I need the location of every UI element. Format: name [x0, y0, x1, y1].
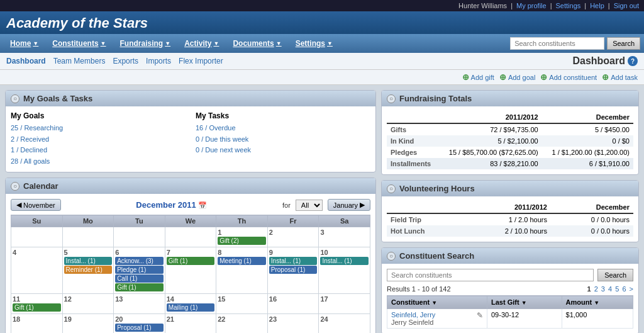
calendar-event[interactable]: Gift (1)	[167, 257, 215, 265]
calendar-event[interactable]: Instal... (1)	[64, 257, 113, 265]
pagination-item[interactable]: 3	[601, 285, 607, 293]
goal-all[interactable]: 28 / All goals	[11, 156, 186, 167]
add-gift-button[interactable]: ⊕ Add gift	[462, 72, 494, 82]
calendar-cell[interactable]: 14Mailing (1)	[165, 294, 216, 314]
day-number: 1	[218, 229, 266, 236]
prev-month-button[interactable]: ◀ November	[11, 199, 61, 211]
constituent-search-bar: Search	[387, 269, 633, 281]
calendar-cell[interactable]: 6Acknow... (3)Pledge (1)Call (1)Gift (1)	[114, 247, 165, 294]
prev-arrow-icon: ◀	[16, 201, 21, 209]
constituent-cell: Seinfeld, Jerry ✎ Jerry Seinfeld	[387, 309, 487, 329]
subnav-team-members[interactable]: Team Members	[53, 57, 106, 65]
goal-researching[interactable]: 25 / Researching	[11, 123, 186, 134]
task-overdue[interactable]: 16 / Overdue	[196, 123, 370, 134]
constituent-name-link[interactable]: Seinfeld, Jerry	[391, 311, 435, 319]
calendar-cell	[114, 227, 165, 247]
constituent-table: Constituent ▼ Last Gift ▼ Amount ▼	[387, 295, 633, 329]
pagination-item[interactable]: 1	[587, 285, 592, 293]
amount-sort-icon[interactable]: ▼	[594, 300, 599, 306]
fundraising-collapse-icon[interactable]: ○	[387, 94, 396, 103]
nav-constituents[interactable]: Constituents ▼	[46, 34, 112, 53]
calendar-event[interactable]: Gift (1)	[115, 283, 164, 291]
calendar-cell[interactable]: 10Instal... (1)	[319, 247, 370, 294]
next-month-button[interactable]: January ▶	[328, 199, 370, 211]
subnav-imports[interactable]: Imports	[146, 57, 171, 65]
constituent-sort-icon[interactable]: ▼	[431, 300, 437, 306]
settings-link[interactable]: Settings	[556, 2, 581, 9]
calendar-event[interactable]: Pledge (1)	[115, 266, 164, 274]
pagination-item[interactable]: 5	[615, 285, 621, 293]
edit-icon[interactable]: ✎	[477, 311, 483, 320]
calendar-event[interactable]: Proposal (1)	[115, 324, 164, 332]
calendar-cell[interactable]: 5Instal... (1)Reminder (1)	[62, 247, 114, 294]
calendar-event[interactable]: Mailing (1)	[167, 303, 215, 312]
last-gift-sort-icon[interactable]: ▼	[521, 300, 527, 306]
calendar-cell[interactable]: 9Instal... (1)Proposal (1)	[267, 247, 319, 294]
help-icon[interactable]: ?	[628, 56, 638, 66]
nav-search-button[interactable]: Search	[607, 37, 640, 50]
pagination-item[interactable]: 2	[594, 285, 600, 293]
fund-row: In Kind 5 / $2,100.00 0 / $0	[387, 135, 633, 147]
add-task-button[interactable]: ⊕ Add task	[602, 72, 638, 82]
cal-day-we: We	[165, 215, 216, 227]
fund-col-label	[387, 111, 438, 123]
calendar-cell[interactable]: 20Proposal (1)	[114, 314, 165, 333]
volunteering-collapse-icon[interactable]: ○	[387, 184, 396, 193]
nav-search-input[interactable]	[510, 37, 604, 50]
nav-home[interactable]: Home ▼	[4, 34, 45, 53]
calendar-event[interactable]: Proposal (1)	[269, 266, 318, 274]
goals-label: My Goals	[11, 111, 186, 120]
calendar-table: Su Mo Tu We Th Fr Sa 1Gift (2)2345Instal…	[11, 215, 370, 333]
calendar-cell: 2	[267, 227, 319, 247]
calendar-event[interactable]: Call (1)	[115, 274, 164, 283]
calendar-event[interactable]: Acknow... (3)	[115, 257, 164, 265]
subnav-flex-importer[interactable]: Flex Importer	[179, 57, 223, 65]
day-number: 11	[13, 295, 61, 303]
help-link[interactable]: Help	[590, 2, 604, 9]
signout-link[interactable]: Sign out	[614, 2, 639, 9]
goals-tasks-collapse-icon[interactable]: ○	[11, 94, 19, 103]
calendar-collapse-icon[interactable]: ○	[11, 182, 19, 191]
vol-val2: 0 / 0.0 hours	[551, 225, 633, 237]
task-due-next-week[interactable]: 0 / Due next week	[196, 145, 370, 156]
add-constituent-plus-icon: ⊕	[540, 72, 547, 82]
vol-col-year: 2011/2012	[462, 201, 551, 213]
calendar-title: Calendar	[23, 181, 58, 191]
nav-fundraising[interactable]: Fundraising ▼	[114, 34, 177, 53]
calendar-event[interactable]: Gift (1)	[13, 303, 61, 312]
header: Academy of the Stars	[0, 11, 644, 34]
goal-declined[interactable]: 1 / Declined	[11, 145, 186, 156]
volunteering-panel: ○ Volunteering Hours 2011/2012 December …	[381, 180, 639, 242]
calendar-cell[interactable]: 11Gift (1)	[11, 294, 63, 314]
calendar-event[interactable]: Instal... (1)	[269, 257, 318, 265]
fundraising-table: 2011/2012 December Gifts 72 / $94,735.00…	[387, 111, 633, 169]
goal-received[interactable]: 2 / Received	[11, 134, 186, 145]
calendar-event[interactable]: Gift (2)	[218, 237, 266, 245]
subnav-exports[interactable]: Exports	[113, 57, 138, 65]
calendar-filter-select[interactable]: All	[296, 200, 323, 211]
calendar-nav: ◀ November December 2011 📅 for All Janua…	[11, 199, 370, 211]
add-constituent-button[interactable]: ⊕ Add constituent	[540, 72, 597, 82]
calendar-cell[interactable]: 1Gift (2)	[216, 227, 268, 247]
calendar-cell[interactable]: 8Meeting (1)	[216, 247, 268, 294]
calendar-event[interactable]: Reminder (1)	[64, 266, 113, 274]
my-profile-link[interactable]: My profile	[516, 2, 547, 9]
constituent-search-collapse-icon[interactable]: ○	[387, 252, 396, 261]
constituent-search-button[interactable]: Search	[597, 269, 633, 281]
subnav-dashboard[interactable]: Dashboard	[6, 57, 46, 65]
constituent-search-input[interactable]	[387, 269, 594, 281]
calendar-cell: 22	[216, 314, 268, 333]
nav-documents[interactable]: Documents ▼	[226, 34, 287, 53]
calendar-cell[interactable]: 7Gift (1)	[165, 247, 216, 294]
constituent-fullname: Jerry Seinfeld	[391, 319, 433, 326]
nav-activity[interactable]: Activity ▼	[178, 34, 225, 53]
calendar-event[interactable]: Meeting (1)	[218, 257, 266, 265]
nav-settings[interactable]: Settings ▼	[289, 34, 339, 53]
pagination-item[interactable]: 6	[622, 285, 628, 293]
pagination-item[interactable]: >	[630, 285, 633, 293]
add-goal-button[interactable]: ⊕ Add goal	[499, 72, 535, 82]
task-due-this-week[interactable]: 0 / Due this week	[196, 134, 370, 145]
pagination-item[interactable]: 4	[608, 285, 614, 293]
calendar-header: ○ Calendar	[6, 178, 375, 194]
calendar-event[interactable]: Instal... (1)	[320, 257, 369, 265]
